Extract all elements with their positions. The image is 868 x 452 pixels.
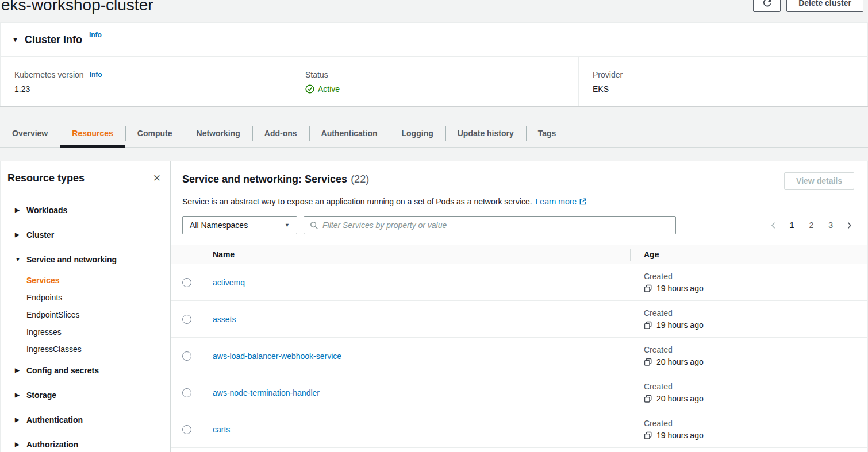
delete-cluster-button[interactable]: Delete cluster [786, 0, 863, 12]
age-value: 19 hours ago [656, 320, 704, 330]
created-label: Created [644, 419, 867, 428]
refresh-button[interactable] [753, 0, 781, 12]
close-icon[interactable]: ✕ [153, 172, 161, 185]
field-value: 1.23 [14, 84, 30, 94]
column-header-name: Name [203, 250, 630, 259]
chevron-down-icon: ▼ [285, 222, 290, 228]
namespace-select[interactable]: All Namespaces ▼ [182, 216, 297, 234]
cluster-info-title: Cluster info [25, 34, 82, 46]
sidebar-item[interactable]: EndpointSlices [1, 306, 170, 323]
tab[interactable]: Update history [445, 121, 526, 147]
service-link[interactable]: aws-node-termination-handler [213, 388, 320, 397]
group-caret-icon: ▶ [15, 416, 26, 423]
age-value: 19 hours ago [656, 431, 704, 440]
created-label: Created [644, 382, 867, 391]
tab[interactable]: Tags [526, 121, 569, 147]
sidebar-item[interactable]: Services [1, 272, 170, 289]
resources-content: Resource types ✕ ▶ Workloads ▶ Cluster [0, 161, 868, 452]
sidebar-item[interactable]: ▶ Config and secrets [1, 358, 170, 383]
row-radio[interactable] [182, 315, 191, 324]
created-label: Created [644, 308, 867, 318]
copy-icon[interactable] [644, 431, 652, 440]
tab[interactable]: Add-ons [252, 121, 309, 147]
sidebar-item[interactable]: ▶ Authentication [1, 407, 170, 432]
page-title: eks-workshop-cluster [1, 0, 153, 17]
field-label: Kubernetes version [14, 70, 84, 79]
field-value: Active [318, 84, 340, 94]
tab[interactable]: Resources [60, 121, 125, 147]
group-caret-icon: ▶ [15, 367, 26, 373]
tab[interactable]: Authentication [309, 121, 390, 147]
service-link[interactable]: carts [213, 425, 230, 434]
sidebar-item[interactable]: ▼ Service and networking [1, 247, 170, 272]
age-value: 20 hours ago [656, 357, 704, 366]
service-link[interactable]: assets [213, 315, 236, 324]
group-caret-icon: ▶ [15, 441, 26, 447]
group-caret-icon: ▶ [15, 392, 26, 398]
cluster-info-info-link[interactable]: Info [89, 31, 102, 39]
table-header-row: Name Age [171, 245, 867, 264]
copy-icon[interactable] [644, 358, 652, 366]
field-label: Status [305, 70, 328, 79]
page-number[interactable]: 2 [805, 219, 817, 231]
services-table: Name Age activemq Created [171, 245, 867, 452]
pagination: 1 2 3 [769, 219, 854, 231]
search-icon [310, 221, 318, 230]
sidebar-item[interactable]: ▶ Cluster [1, 222, 170, 247]
table-row: Created [171, 448, 867, 452]
age-value: 20 hours ago [656, 394, 704, 403]
sidebar-item[interactable]: Endpoints [1, 289, 170, 306]
resource-types-sidebar: Resource types ✕ ▶ Workloads ▶ Cluster [1, 161, 171, 452]
table-row: aws-load-balancer-webhook-service Create… [171, 338, 867, 374]
page-number[interactable]: 3 [825, 219, 836, 231]
header-actions: Delete cluster [753, 0, 863, 12]
row-radio[interactable] [182, 278, 191, 287]
sidebar-item[interactable]: Ingresses [1, 323, 170, 341]
sidebar-item[interactable]: ▶ Storage [1, 383, 170, 407]
eks-cluster-page: eks-workshop-cluster Delete cluster ▼ Cl… [0, 0, 868, 452]
view-details-button[interactable]: View details [784, 172, 854, 190]
service-link[interactable]: activemq [213, 278, 245, 287]
external-link-icon [579, 198, 587, 207]
next-page-icon[interactable] [844, 221, 854, 230]
row-radio[interactable] [182, 351, 191, 361]
page-number[interactable]: 1 [786, 219, 798, 231]
cluster-info-card: ▼ Cluster info Info Kubernetes version I… [0, 22, 868, 106]
field-info-link[interactable]: Info [90, 70, 102, 79]
row-radio[interactable] [182, 425, 191, 434]
tab[interactable]: Networking [185, 121, 252, 147]
services-panel: Service and networking: Services(22) Vie… [171, 161, 867, 452]
table-row: activemq Created 19 hours ago [171, 264, 867, 301]
age-value: 19 hours ago [656, 284, 704, 293]
resource-types-list: ▶ Workloads ▶ Cluster ▼ Service and netw… [1, 198, 170, 452]
copy-icon[interactable] [644, 321, 652, 330]
services-description: Service is an abstract way to expose an … [182, 196, 854, 208]
row-radio[interactable] [182, 388, 191, 397]
table-row: assets Created 19 hours ago [171, 301, 867, 338]
collapse-caret-icon[interactable]: ▼ [12, 36, 18, 43]
sidebar-item[interactable]: ▶ Authorization [1, 432, 170, 452]
field-label: Provider [593, 70, 623, 79]
services-count: (22) [351, 173, 369, 185]
cluster-info-header[interactable]: ▼ Cluster info Info [1, 23, 867, 57]
created-label: Created [644, 272, 867, 281]
filter-services-input[interactable] [322, 221, 670, 230]
learn-more-link[interactable]: Learn more [536, 197, 577, 206]
cluster-info-field: Kubernetes version Info 1.23 [1, 57, 291, 106]
cluster-info-field: Provider EKS [578, 57, 867, 106]
tab[interactable]: Logging [390, 121, 445, 147]
sidebar-item[interactable]: ▶ Workloads [1, 198, 170, 222]
copy-icon[interactable] [644, 395, 652, 403]
tab[interactable]: Overview [0, 121, 60, 147]
copy-icon[interactable] [644, 284, 652, 293]
sidebar-title: Resource types [7, 172, 85, 184]
group-caret-icon: ▶ [15, 231, 26, 238]
tab[interactable]: Compute [125, 121, 185, 147]
sidebar-item[interactable]: IngressClasses [1, 341, 170, 358]
previous-page-icon[interactable] [769, 221, 778, 230]
cluster-info-fields: Kubernetes version Info 1.23 Status [1, 57, 867, 106]
services-heading: Service and networking: Services(22) [182, 172, 369, 186]
created-label: Created [644, 345, 867, 354]
service-link[interactable]: aws-load-balancer-webhook-service [213, 351, 341, 361]
column-header-age: Age [630, 250, 867, 259]
